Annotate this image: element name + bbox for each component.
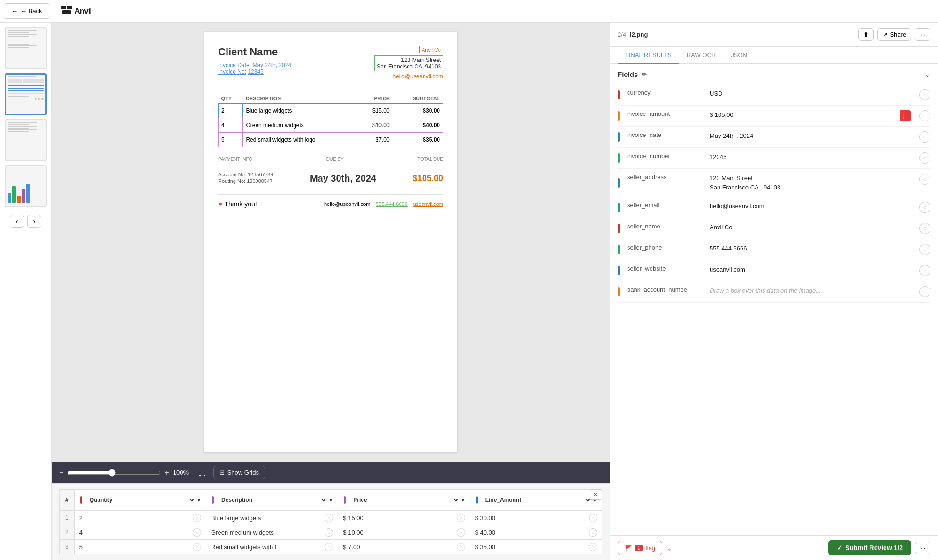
thankyou-email: hello@useanvil.com	[324, 201, 371, 207]
field-name-label: seller_email	[627, 202, 702, 209]
cell-input-field[interactable]	[211, 529, 321, 536]
description-col-select[interactable]: Description	[216, 493, 327, 507]
quantity-col-select[interactable]: Quantity	[84, 493, 196, 507]
field-check-button[interactable]: ○	[919, 152, 930, 164]
field-row-currency: currencyUSD○	[618, 84, 930, 106]
field-color-indicator	[618, 245, 620, 254]
thumbnail-3[interactable]	[5, 119, 47, 161]
upload-icon: ⬆	[863, 31, 869, 38]
field-value-text: May 24th , 2024	[710, 131, 912, 141]
show-grids-button[interactable]: ⊞ Show Grids	[213, 466, 265, 479]
table-cell[interactable]: ○	[338, 540, 470, 554]
thankyou-section: ❤ Thank you! hello@useanvil.com 555.444.…	[218, 194, 443, 208]
invoice-date-label: Invoice Date:	[218, 62, 251, 68]
zoom-in-button[interactable]: +	[165, 469, 169, 477]
cell-input-field[interactable]	[79, 544, 189, 551]
tab-raw-ocr[interactable]: RAW OCR	[679, 47, 723, 64]
field-row-invoice_number: invoice_number12345○	[618, 148, 930, 169]
fields-section: Fields ✏ ⌄ currencyUSD○invoice_amount$ 1…	[610, 64, 938, 535]
field-check-button[interactable]: ○	[919, 202, 930, 213]
field-name-label: invoice_number	[627, 152, 702, 159]
table-cell[interactable]: ○	[470, 525, 602, 540]
field-check-button[interactable]: ○	[919, 244, 930, 255]
tab-json[interactable]: JSON	[723, 47, 755, 64]
prev-page-button[interactable]: ‹	[10, 215, 24, 228]
thumbnail-2[interactable]: $105.00	[5, 73, 47, 115]
table-row: 3○○○○	[60, 540, 602, 554]
table-cell[interactable]: ○	[74, 540, 206, 554]
upload-button[interactable]: ⬆	[858, 28, 874, 41]
field-value-text: useanvil.com	[710, 265, 912, 274]
table-cell[interactable]: ○	[206, 525, 338, 540]
cell-input-field[interactable]	[475, 544, 585, 551]
field-name-label: bank_account_numbe	[627, 286, 702, 293]
invoice-no-val: 12345	[248, 68, 263, 75]
next-page-button[interactable]: ›	[27, 215, 42, 228]
table-cell[interactable]: ○	[338, 525, 470, 540]
line-amount-col-select[interactable]: Line_Amount	[480, 493, 591, 507]
payment-labels: PAYMENT INFO DUE BY TOTAL DUE	[218, 157, 443, 162]
table-cell[interactable]: ○	[74, 511, 206, 525]
fields-collapse-icon[interactable]: ⌄	[924, 70, 930, 79]
thumbnail-sidebar: $105.00	[0, 23, 52, 560]
table-cell[interactable]: ○	[74, 525, 206, 540]
col-header-quantity[interactable]: Quantity ▾	[74, 490, 206, 511]
share-button[interactable]: ↗ Share	[877, 28, 911, 41]
field-check-button[interactable]: ○	[919, 110, 930, 121]
submit-more-icon: ···	[920, 545, 925, 552]
thumbnail-4[interactable]	[5, 165, 47, 207]
cell-input-field[interactable]	[211, 544, 321, 551]
field-value-text: hello@useanvil.com	[710, 202, 912, 211]
zoom-out-button[interactable]: −	[59, 469, 63, 477]
field-name-label: invoice_amount	[627, 110, 702, 117]
cell-input-field[interactable]	[343, 544, 453, 551]
cell-input-field[interactable]	[79, 515, 189, 522]
col-header-description[interactable]: Description ▾	[206, 490, 338, 511]
cell-input-field[interactable]	[475, 529, 585, 536]
field-color-indicator	[618, 178, 620, 188]
field-row-seller_name: seller_nameAnvil Co○	[618, 218, 930, 239]
table-cell[interactable]: ○	[470, 511, 602, 525]
field-check-button[interactable]: ○	[919, 174, 930, 185]
seller-addr-line2: San Francisco CA, 94103	[377, 63, 441, 70]
zoom-toolbar: − + 100% ⛶ ⊞ Show Grids	[52, 462, 610, 483]
field-check-button[interactable]: ○	[919, 265, 930, 276]
field-row-seller_email: seller_emailhello@useanvil.com○	[618, 197, 930, 218]
col-header-price[interactable]: Price ▾	[338, 490, 470, 511]
zoom-expand-button[interactable]: ⛶	[198, 469, 206, 477]
submit-more-button[interactable]: ···	[915, 542, 930, 554]
more-options-button[interactable]: ···	[915, 28, 930, 41]
flag-expand-icon[interactable]: ⌄	[666, 544, 672, 552]
logo-icon	[61, 6, 72, 16]
submit-check-icon: ✓	[837, 544, 842, 552]
tab-final-results[interactable]: FINAL RESULTS	[618, 47, 679, 64]
flag-icon: 🚩	[625, 545, 632, 552]
invoice-due-date: May 30th, 2024	[310, 173, 376, 184]
cell-input-field[interactable]	[211, 515, 321, 522]
table-cell[interactable]: ○	[338, 511, 470, 525]
cell-input-field[interactable]	[79, 529, 189, 536]
field-check-button[interactable]: ○	[919, 89, 930, 100]
cell-input-field[interactable]	[475, 515, 585, 522]
table-cell[interactable]: ○	[206, 511, 338, 525]
flag-button[interactable]: 🚩 1 flag	[618, 541, 662, 555]
field-name-label: seller_name	[627, 223, 702, 230]
field-color-indicator	[618, 266, 620, 275]
col-header-line-amount[interactable]: Line_Amount ▾	[470, 490, 602, 511]
quantity-col-chevron-icon: ▾	[197, 497, 200, 503]
price-col-select[interactable]: Price	[348, 493, 459, 507]
field-check-button[interactable]: ○	[919, 286, 930, 297]
cell-input-field[interactable]	[343, 515, 453, 522]
edit-fields-icon[interactable]: ✏	[642, 71, 647, 78]
cell-input-field[interactable]	[343, 529, 453, 536]
close-table-button[interactable]: ✕	[589, 489, 602, 500]
zoom-slider[interactable]	[67, 469, 161, 477]
field-check-button[interactable]: ○	[919, 131, 930, 143]
back-button[interactable]: ← ← Back	[4, 3, 50, 19]
field-check-button[interactable]: ○	[919, 223, 930, 234]
submit-review-button[interactable]: ✓ Submit Review 1/2	[828, 540, 911, 555]
table-cell[interactable]: ○	[206, 540, 338, 554]
thumbnail-1[interactable]	[5, 27, 47, 69]
more-icon: ···	[920, 31, 925, 38]
table-cell[interactable]: ○	[470, 540, 602, 554]
